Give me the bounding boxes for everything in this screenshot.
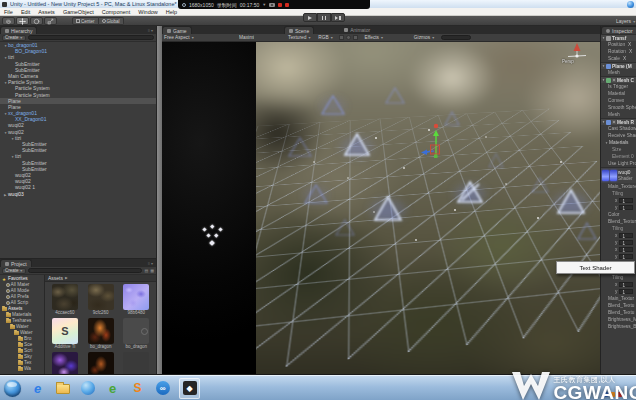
inspector-row[interactable]: Position X (601, 41, 636, 48)
tab-hierarchy[interactable]: Hierarchy (0, 26, 37, 34)
inspector-row[interactable]: y 1 (601, 239, 636, 246)
menu-item[interactable]: Help (166, 9, 177, 15)
recorder-floating-icon[interactable] (627, 1, 634, 8)
breadcrumb-assets[interactable]: Assets (48, 275, 63, 281)
inspector-row[interactable]: y 1 (601, 253, 636, 260)
asset-thumb[interactable]: bo_dragon (85, 318, 117, 350)
inspector-row[interactable]: Mesh C (601, 76, 636, 83)
taskbar-icon[interactable] (4, 380, 21, 397)
inspector-row[interactable]: Tiling (601, 274, 636, 281)
inspector-row[interactable]: Use Light Pro (601, 160, 636, 167)
step-button[interactable] (331, 13, 345, 22)
tab-project[interactable]: Project (0, 259, 32, 267)
asset-thumb[interactable] (49, 352, 81, 374)
inspector-row[interactable]: Convex (601, 97, 636, 104)
taskbar-icon[interactable] (79, 380, 96, 397)
menu-item[interactable]: GameObject (63, 9, 94, 15)
inspector-row[interactable]: x 1 (601, 281, 636, 288)
lighting-toggle-icon[interactable] (346, 35, 351, 40)
inspector-row[interactable]: Blend_Textu (601, 302, 636, 309)
inspector-row[interactable]: Rotation X (601, 48, 636, 55)
scale-tool-button[interactable] (44, 17, 57, 25)
asset-thumb[interactable] (85, 352, 117, 374)
record-button[interactable] (278, 3, 282, 7)
taskbar-icon[interactable]: e (104, 380, 121, 397)
game-view[interactable] (162, 42, 256, 374)
menu-item[interactable]: Edit (21, 9, 30, 15)
audio-toggle-icon[interactable] (353, 35, 358, 40)
inspector-row[interactable]: x 1 (601, 246, 636, 253)
scene-search-input[interactable] (441, 35, 471, 40)
hand-tool-button[interactable] (2, 17, 15, 25)
inspector-row[interactable]: Mesh (601, 111, 636, 118)
scene-orientation-gizmo[interactable] (256, 42, 600, 374)
inspector-row[interactable]: Transf (601, 34, 636, 41)
inspector-row[interactable]: Materials (601, 139, 636, 146)
taskbar-icon[interactable] (54, 380, 71, 397)
asset-thumb[interactable] (120, 352, 152, 374)
persp-label[interactable]: Persp (562, 59, 574, 64)
inspector-row[interactable]: Element 0 (601, 153, 636, 160)
search-by-type-icon[interactable]: ▤ (144, 268, 148, 273)
panel-splitter[interactable] (157, 26, 162, 374)
inspector-row[interactable]: y 1 (601, 204, 636, 211)
menu-item[interactable]: Component (102, 9, 130, 15)
inspector-row[interactable]: Color (601, 211, 636, 218)
inspector-row[interactable]: Mesh R (601, 118, 636, 125)
draw-mode-dropdown[interactable]: Textured ▼ (288, 35, 311, 40)
taskbar-icon[interactable]: e (29, 380, 46, 397)
tab-game[interactable]: Game (162, 26, 192, 34)
inspector-row[interactable]: Scale X (601, 55, 636, 62)
2d-toggle-icon[interactable] (339, 35, 344, 40)
inspector-row[interactable]: Receive Shad (601, 132, 636, 139)
rotate-tool-button[interactable] (30, 17, 43, 25)
inspector-row[interactable]: Mesh (601, 69, 636, 76)
taskbar-icon[interactable]: ◆ (179, 378, 200, 399)
maximize-on-play-toggle[interactable]: Maximize on Play (239, 35, 254, 40)
space-toggle-button[interactable]: Global (99, 17, 124, 25)
inspector-row[interactable]: Smooth Sphe (601, 104, 636, 111)
tab-scene[interactable]: Scene (284, 26, 314, 34)
taskbar-icon[interactable]: S (129, 380, 146, 397)
inspector-row[interactable]: Tiling (601, 225, 636, 232)
magnifier-icon[interactable] (182, 3, 186, 7)
inspector-row[interactable]: x 1 (601, 232, 636, 239)
asset-thumb[interactable]: S Additive Ti (49, 318, 81, 350)
panel-menu-icon[interactable]: ≡▾ (148, 261, 154, 266)
project-create-button[interactable]: Create▼ (2, 268, 26, 274)
inspector-row[interactable]: Main_Textur (601, 295, 636, 302)
play-button[interactable] (303, 13, 317, 22)
inspector-row[interactable]: Tiling (601, 190, 636, 197)
chevron-down-icon[interactable]: ▼ (262, 2, 266, 7)
hierarchy-create-button[interactable]: Create▼ (2, 35, 26, 41)
inspector-row[interactable]: x 1 (601, 197, 636, 204)
move-tool-button[interactable] (16, 17, 29, 25)
menu-item[interactable]: Assets (38, 9, 55, 15)
inspector-row[interactable]: y 1 (601, 288, 636, 295)
pause-button[interactable] (317, 13, 331, 22)
gizmos-dropdown[interactable]: Gizmos ▼ (414, 35, 435, 40)
render-channel-dropdown[interactable]: RGB ▼ (318, 35, 333, 40)
stop-button[interactable] (285, 3, 289, 7)
camera-icon[interactable] (269, 3, 275, 7)
hierarchy-search-input[interactable] (28, 35, 154, 40)
effects-dropdown[interactable]: Effects ▼ (364, 35, 383, 40)
menu-item[interactable]: Window (138, 9, 158, 15)
inspector-row[interactable]: Size (601, 146, 636, 153)
asset-thumb[interactable]: 98b6480 (120, 284, 152, 316)
asset-thumb[interactable]: 9cfc260 (85, 284, 117, 316)
inspector-row[interactable]: Brightness_B (601, 323, 636, 330)
tab-animator[interactable]: Animator (340, 26, 374, 34)
taskbar-icon[interactable]: ∞ (154, 380, 171, 397)
material-header[interactable]: wuqi0 Shader (601, 167, 636, 183)
tab-inspector[interactable]: Inspector (601, 26, 636, 34)
hierarchy-item[interactable]: wuqi03 (0, 191, 156, 197)
inspector-row[interactable]: Blend_Textu (601, 309, 636, 316)
search-by-label-icon[interactable]: ▦ (150, 268, 154, 273)
inspector-row[interactable]: Brightness_M (601, 316, 636, 323)
inspector-row[interactable]: Cast Shadows (601, 125, 636, 132)
inspector-row[interactable]: Is Trigger (601, 83, 636, 90)
aspect-dropdown[interactable]: Free Aspect ▼ (164, 35, 194, 40)
asset-thumb[interactable]: bo_dragon (120, 318, 152, 350)
asset-thumb[interactable]: 4ccaec60 (49, 284, 81, 316)
